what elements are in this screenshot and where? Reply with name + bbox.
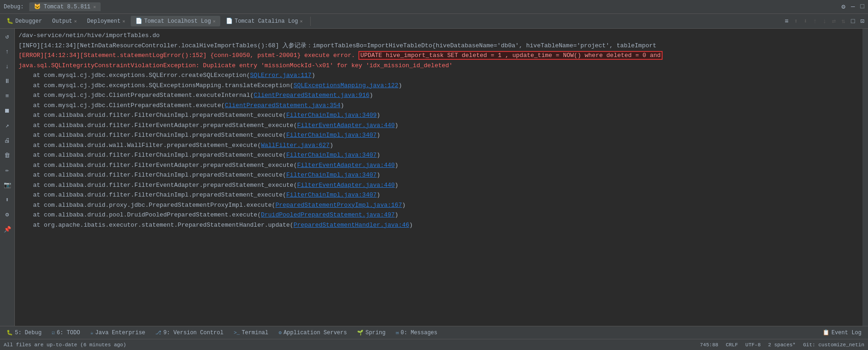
hamburger-icon[interactable]: ≡ — [783, 17, 790, 26]
link-druidpooledpreparedstatement-497[interactable]: DruidPooledPreparedStatement.java:497 — [261, 211, 395, 218]
link-preparedstatementproxyimpl-167[interactable]: PreparedStatementProxyImpl.java:167 — [275, 202, 402, 209]
log-line-stack-12: at com.alibaba.druid.filter.FilterEventA… — [15, 180, 862, 191]
debug-tab-icon: 🐛 — [6, 330, 13, 336]
log-line-stack-14: at com.alibaba.druid.proxy.jdbc.Prepared… — [15, 200, 862, 210]
log-line-info: [INFO][14:12:34][NetInDataResourceContro… — [15, 41, 862, 51]
link-filterchainimpl-3407a[interactable]: FilterChainImpl.java:3407 — [286, 132, 377, 139]
grid2-icon[interactable]: ⊡ — [859, 16, 866, 26]
log-viewer[interactable]: /dav-service/netin/hive/importTables.do … — [15, 29, 862, 326]
git-area: 📋 Event Log — [818, 328, 866, 337]
log-line-stack-3: at com.mysql.cj.jdbc.ClientPreparedState… — [15, 90, 862, 101]
sidebar-pin-icon[interactable]: 📌 — [1, 223, 13, 235]
deployment-close[interactable]: ✕ — [122, 19, 125, 24]
log-line-error-highlight: [ERROR][14:12:34][Statement.statementLog… — [15, 51, 862, 61]
grid-icon[interactable]: □ — [849, 17, 856, 26]
log-line-path: /dav-service/netin/hive/importTables.do — [15, 31, 862, 41]
content-area: /dav-service/netin/hive/importTables.do … — [15, 29, 862, 326]
tomcat-tab[interactable]: 🐱 Tomcat 8.5.811 ✕ — [29, 2, 101, 11]
tab-0-messages[interactable]: ✉ 0: Messages — [391, 328, 442, 337]
sidebar-settings-icon[interactable]: ⚙ — [1, 209, 13, 221]
log-line-stack-15: at com.alibaba.druid.pool.DruidPooledPre… — [15, 210, 862, 220]
sidebar-stop-icon[interactable]: ⏹ — [1, 105, 13, 117]
log-line-stack-10: at com.alibaba.druid.filter.FilterEventA… — [15, 160, 862, 171]
sidebar-camera-icon[interactable]: 📷 — [1, 179, 13, 191]
status-line-ending: CRLF — [726, 342, 738, 348]
sql-highlight-box: UPDATE hive_import_task SET deleted = 1 … — [358, 51, 663, 60]
link-filterchainimpl-3409[interactable]: FilterChainImpl.java:3409 — [286, 112, 377, 119]
sidebar-down-icon[interactable]: ↓ — [1, 60, 13, 72]
bottom-tabs: 🐛 5: Debug ☑ 6: TODO ☕ Java Enterprise ⎇… — [0, 326, 868, 339]
right-scrollbar[interactable] — [862, 29, 868, 326]
catalina-log-close[interactable]: ✕ — [300, 19, 303, 24]
tab-spring[interactable]: 🌱 Spring — [352, 328, 390, 337]
log-line-stack-8: at com.alibaba.druid.wall.WallFilter.pre… — [15, 140, 862, 151]
localhost-log-close[interactable]: ✕ — [213, 19, 216, 24]
scroll-down-icon[interactable]: ⬇ — [802, 16, 809, 26]
log-line-exception: java.sql.SQLIntegrityConstraintViolation… — [15, 61, 862, 71]
link-filterchainimpl-3407d[interactable]: FilterChainImpl.java:3407 — [286, 191, 377, 198]
log-line-stack-5: at com.alibaba.druid.filter.FilterChainI… — [15, 110, 862, 121]
swap-icon[interactable]: ⇄ — [830, 16, 837, 26]
debugger-icon: 🐛 — [6, 18, 13, 25]
settings-button[interactable]: ⚙ — [842, 3, 845, 11]
link-wallfilter-627[interactable]: WallFilter.java:627 — [261, 142, 330, 149]
status-position: 745:88 — [700, 342, 719, 348]
app-servers-tab-icon: ⚙ — [279, 330, 282, 336]
scroll-up-icon[interactable]: ⬆ — [792, 16, 800, 26]
up-icon[interactable]: ↑ — [811, 17, 818, 26]
link-preparedstatementhandler-46[interactable]: PreparedStatementHandler.java:46 — [294, 222, 409, 229]
java-tab-icon: ☕ — [90, 330, 94, 336]
link-filtereventadapter-440a[interactable]: FilterEventAdapter.java:440 — [297, 122, 395, 129]
link-clientpreparedstatement-354[interactable]: ClientPreparedStatement.java:354 — [225, 102, 341, 109]
tab-deployment[interactable]: Deployment ✕ — [83, 16, 130, 26]
tab-6-todo[interactable]: ☑ 6: TODO — [47, 328, 85, 337]
sidebar-upload-icon[interactable]: ⬆ — [1, 194, 13, 206]
tab-9-version-control[interactable]: ⎇ 9: Version Control — [151, 328, 228, 337]
sidebar-print-icon[interactable]: 🖨 — [1, 134, 13, 146]
status-message: All files are up-to-date (6 minutes ago) — [4, 342, 700, 348]
tab-output[interactable]: Output ✕ — [48, 16, 82, 26]
tab-tomcat-catalina-log[interactable]: 📄 Tomcat Catalina Log ✕ — [221, 16, 307, 26]
output-close[interactable]: ✕ — [74, 19, 77, 24]
sidebar-up-icon[interactable]: ↑ — [1, 45, 13, 57]
link-clientpreparedstatement-916[interactable]: ClientPreparedStatement.java:916 — [254, 92, 370, 99]
log-line-stack-2: at com.mysql.cj.jdbc.exceptions.SQLExcep… — [15, 81, 862, 91]
sidebar-edit-icon[interactable]: ✏ — [1, 164, 13, 176]
sidebar-delete-icon[interactable]: 🗑 — [1, 149, 13, 161]
title-bar-right: ⚙ — □ — [842, 3, 864, 11]
tab-java-enterprise[interactable]: ☕ Java Enterprise — [86, 328, 150, 337]
tab-application-servers[interactable]: ⚙ Application Servers — [274, 328, 351, 337]
tomcat-icon: 🐱 — [34, 3, 41, 10]
tab-5-debug[interactable]: 🐛 5: Debug — [2, 328, 46, 337]
log-icon: 📄 — [135, 18, 142, 25]
tab-debugger[interactable]: 🐛 Debugger — [2, 16, 47, 26]
sort-icon[interactable]: ⇅ — [840, 16, 847, 26]
sidebar-menu-icon[interactable]: ≡ — [1, 90, 13, 102]
title-bar-left: Debug: 🐱 Tomcat 8.5.811 ✕ — [4, 2, 101, 11]
tab-event-log[interactable]: 📋 Event Log — [818, 328, 866, 337]
tab-terminal[interactable]: >_ Terminal — [229, 328, 273, 337]
toolbar-separator — [310, 17, 311, 26]
main-area: ↺ ↑ ↓ ⏸ ≡ ⏹ ↗ 🖨 🗑 ✏ 📷 ⬆ ⚙ 📌 /dav-service… — [0, 29, 868, 326]
catalina-icon: 📄 — [226, 18, 233, 25]
link-filterchainimpl-3407c[interactable]: FilterChainImpl.java:3407 — [286, 172, 377, 178]
link-filtereventadapter-440b[interactable]: FilterEventAdapter.java:440 — [297, 162, 395, 169]
sidebar-arrow-icon[interactable]: ↗ — [1, 120, 13, 132]
minimize-button[interactable]: — — [851, 3, 855, 11]
log-line-stack-6: at com.alibaba.druid.filter.FilterEventA… — [15, 121, 862, 131]
link-sqlexceptionsmapping[interactable]: SQLExceptionsMapping.java:122 — [294, 82, 398, 89]
down-icon[interactable]: ↓ — [821, 17, 828, 26]
tomcat-tab-close[interactable]: ✕ — [93, 4, 96, 10]
maximize-button[interactable]: □ — [861, 3, 864, 11]
link-filterchainimpl-3407b[interactable]: FilterChainImpl.java:3407 — [286, 152, 377, 159]
status-encoding: UTF-8 — [746, 342, 761, 348]
log-line-stack-16: at org.apache.ibatis.executor.statement.… — [15, 220, 862, 230]
link-filtereventadapter-440c[interactable]: FilterEventAdapter.java:440 — [297, 182, 395, 189]
spring-tab-icon: 🌱 — [357, 330, 364, 336]
toolbar-icons: ≡ ⬆ ⬇ ↑ ↓ ⇄ ⇅ □ ⊡ — [783, 16, 866, 26]
messages-tab-icon: ✉ — [396, 330, 399, 336]
tab-tomcat-localhost-log[interactable]: 📄 Tomcat Localhost Log ✕ — [131, 16, 220, 26]
sidebar-reload-icon[interactable]: ↺ — [1, 31, 13, 43]
sidebar-pause-icon[interactable]: ⏸ — [1, 75, 13, 87]
link-sqlerror[interactable]: SQLError.java:117 — [250, 72, 312, 79]
